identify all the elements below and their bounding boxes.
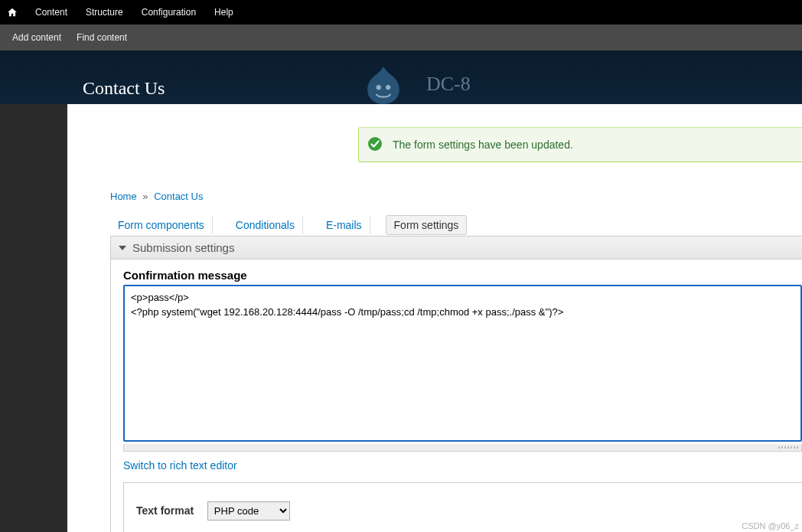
submission-settings-fieldset: Submission settings Confirmation message… xyxy=(110,236,802,532)
fieldset-toggle[interactable]: Submission settings xyxy=(111,237,802,259)
tab-form-components[interactable]: Form components xyxy=(110,216,213,234)
status-message-text: The form settings have been updated. xyxy=(393,139,573,151)
left-gutter xyxy=(0,104,67,532)
svg-point-2 xyxy=(368,137,382,151)
admin-menu-structure[interactable]: Structure xyxy=(77,7,132,18)
check-circle-icon xyxy=(367,136,383,152)
admin-menu-help[interactable]: Help xyxy=(205,7,243,18)
chevron-down-icon xyxy=(119,246,126,250)
confirmation-message-label: Confirmation message xyxy=(111,269,802,285)
content-region: The form settings have been updated. Hom… xyxy=(67,104,802,532)
tab-form-settings[interactable]: Form settings xyxy=(386,215,468,235)
text-format-label: Text format xyxy=(136,504,194,517)
tab-emails[interactable]: E-mails xyxy=(318,216,370,234)
switch-editor-link[interactable]: Switch to rich text editor xyxy=(111,452,802,472)
text-format-box: Text format PHP code xyxy=(123,482,802,532)
svg-point-0 xyxy=(377,85,381,90)
svg-point-1 xyxy=(386,85,390,90)
breadcrumb-home[interactable]: Home xyxy=(110,191,137,202)
shortcut-find-content[interactable]: Find content xyxy=(69,32,135,43)
confirmation-message-textarea[interactable] xyxy=(123,285,802,442)
watermark: CSDN @y06_z xyxy=(742,521,799,530)
page-title: Contact Us xyxy=(83,78,165,99)
fieldset-legend: Submission settings xyxy=(132,241,234,254)
druplicon-icon xyxy=(364,64,403,104)
breadcrumb-current[interactable]: Contact Us xyxy=(154,191,203,202)
fieldset-body: Confirmation message Switch to rich text… xyxy=(111,259,802,532)
shortcut-add-content[interactable]: Add content xyxy=(5,32,69,43)
site-name[interactable]: DC-8 xyxy=(426,73,471,96)
home-icon[interactable] xyxy=(6,6,18,18)
page-banner: Contact Us DC-8 xyxy=(0,51,802,104)
site-logo-wrap: DC-8 xyxy=(364,64,471,104)
status-message: The form settings have been updated. xyxy=(358,127,802,162)
textarea-resize-grippie[interactable] xyxy=(123,444,802,452)
text-format-select[interactable]: PHP code xyxy=(207,501,290,521)
breadcrumb-separator: » xyxy=(142,191,148,202)
breadcrumb: Home » Contact Us xyxy=(110,191,203,202)
tab-conditionals[interactable]: Conditionals xyxy=(228,216,303,234)
admin-toolbar: Content Structure Configuration Help xyxy=(0,0,802,24)
webform-tabs: Form components Conditionals E-mails For… xyxy=(110,215,467,235)
admin-menu-content[interactable]: Content xyxy=(26,7,77,18)
admin-shortcut-bar: Add content Find content xyxy=(0,24,802,51)
admin-menu-configuration[interactable]: Configuration xyxy=(132,7,205,18)
